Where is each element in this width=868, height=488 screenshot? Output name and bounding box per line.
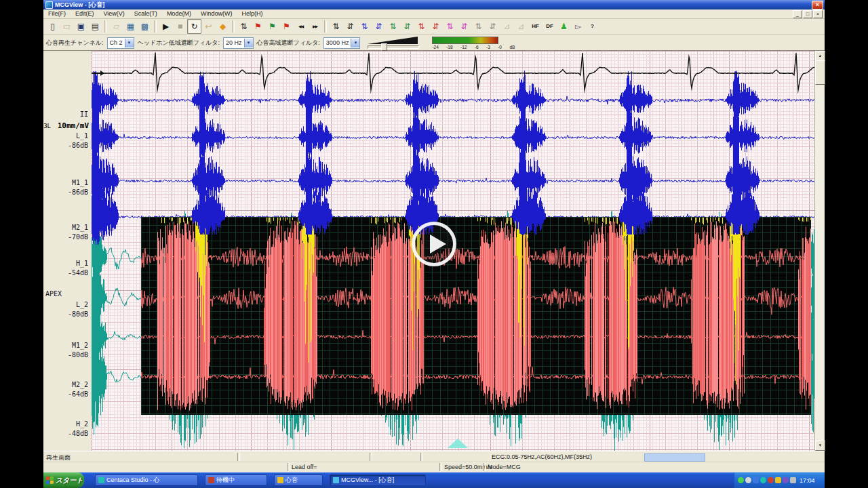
lowcut-filter-select[interactable]: 20 Hz ▼ <box>223 37 254 49</box>
walk-black-prev-button[interactable]: ⇅ <box>329 19 343 34</box>
tray-icon-3[interactable] <box>753 477 759 483</box>
walk-red-prev-icon: ⇅ <box>418 22 425 30</box>
tray-icon-5[interactable] <box>768 477 774 483</box>
print-icon: ▤ <box>92 22 99 30</box>
chevron-down-icon[interactable]: ▼ <box>244 39 253 47</box>
channel-db-M1_2: -80dB <box>45 351 88 359</box>
print-button[interactable]: ▤ <box>88 19 102 34</box>
snapshot-2-button[interactable]: ▩ <box>138 19 152 34</box>
task-button-4[interactable]: MCGView... - [心音] <box>330 474 426 486</box>
export-icon: ▱ <box>113 22 119 30</box>
save-button[interactable]: ▣ <box>74 19 88 34</box>
flag-1-button[interactable]: ⚑ <box>251 19 265 34</box>
walk-blue-prev-icon: ⇅ <box>361 22 368 30</box>
pointer-icon: ▻ <box>575 22 581 30</box>
status-row-1: 再生画面 ECG:0.05-75Hz,AC(60Hz),MF(35Hz) <box>43 452 825 462</box>
scrollbar-thumb[interactable] <box>815 60 825 85</box>
flag-2-button[interactable]: ⚑ <box>265 19 279 34</box>
video-play-button[interactable] <box>412 222 456 266</box>
seek-fwd-icon: ▶▶ <box>313 24 317 28</box>
menu-file-f[interactable]: File(F) <box>43 9 71 18</box>
run-measure-icon: ⇅ <box>240 22 247 30</box>
task-button-3[interactable]: 心音 <box>274 474 323 486</box>
mdi-minimize-button[interactable]: _ <box>793 10 802 18</box>
menu-help-h[interactable]: Help(H) <box>237 9 267 18</box>
volume-slider[interactable] <box>368 37 420 49</box>
channel-db-L_2: -80dB <box>45 310 88 318</box>
task-button-2[interactable]: 待機中 <box>205 474 267 486</box>
walk-blue-prev-button[interactable]: ⇅ <box>357 19 372 34</box>
play-button[interactable]: ▶ <box>159 19 173 34</box>
meter-tick: -6 <box>475 45 479 49</box>
tray-icon-4[interactable] <box>760 477 766 483</box>
start-button[interactable]: スタート <box>43 472 84 488</box>
seek-back-button[interactable]: ◀◀ <box>294 19 308 34</box>
channel-label-H_1: H_1 <box>45 260 88 267</box>
task-icon <box>277 477 283 483</box>
pointer-button[interactable]: ▻ <box>571 19 585 34</box>
scroll-down-icon[interactable]: ▼ <box>815 441 825 451</box>
tray-icon-8[interactable] <box>790 477 796 483</box>
menu-mode-m[interactable]: Mode(M) <box>162 9 196 18</box>
menu-window-w[interactable]: Window(W) <box>196 9 237 18</box>
tray-icon-6[interactable] <box>775 477 781 483</box>
run-measure-button[interactable]: ⇅ <box>237 19 251 34</box>
snapshot-1-button[interactable]: ▦ <box>123 19 138 34</box>
highcut-filter-select[interactable]: 3000 Hz ▼ <box>323 37 361 49</box>
vertical-scrollbar[interactable]: ▲ ▼ <box>814 51 825 451</box>
stop-button: ■ <box>173 19 187 34</box>
event-marker-button[interactable]: ◆ <box>216 19 230 34</box>
menu-view-v[interactable]: View(V) <box>99 9 130 18</box>
new-button[interactable]: ▯ <box>45 19 60 34</box>
walk-gray-next-button[interactable]: ⇵ <box>486 19 500 34</box>
walk-gray-prev-button[interactable]: ⇅ <box>471 19 486 34</box>
mdi-restore-button[interactable]: □ <box>803 10 812 18</box>
walk-green-next-button[interactable]: ⇵ <box>400 19 414 34</box>
chevron-down-icon[interactable]: ▼ <box>351 39 359 47</box>
flag-3-button[interactable]: ⚑ <box>279 19 294 34</box>
tray-icon-2[interactable] <box>745 477 751 483</box>
walk-black-next-button[interactable]: ⇵ <box>343 19 357 34</box>
channel-select[interactable]: Ch 2 ▼ <box>107 37 134 49</box>
flag-1-icon: ⚑ <box>254 22 262 30</box>
mdi-close-button[interactable]: × <box>813 10 823 18</box>
play-icon <box>430 235 446 253</box>
volume-thumb[interactable] <box>381 43 387 51</box>
scroll-up-icon[interactable]: ▲ <box>815 51 825 61</box>
df-filter-button[interactable]: DF <box>542 19 557 34</box>
task-button-1[interactable]: Centaca Studio - 心 <box>95 474 198 486</box>
divider <box>420 453 423 461</box>
lowcut-filter-value: 20 Hz <box>224 39 244 46</box>
channel-db-H_2: -48dB <box>45 430 88 437</box>
toolbar-separator <box>104 20 107 33</box>
walk-black-next-icon: ⇵ <box>347 22 353 30</box>
divider <box>439 463 442 471</box>
walk-magenta-next-icon: ⇵ <box>460 22 467 30</box>
walk-red-prev-button[interactable]: ⇅ <box>414 19 429 34</box>
walk-green-prev-button[interactable]: ⇅ <box>386 19 400 34</box>
status-bar: 再生画面 ECG:0.05-75Hz,AC(60Hz),MF(35Hz) Lea… <box>43 451 825 473</box>
walk-magenta-prev-button[interactable]: ⇅ <box>443 19 457 34</box>
status-ecg-filter: ECG:0.05-75Hz,AC(60Hz),MF(35Hz) <box>492 453 592 460</box>
close-button[interactable]: × <box>812 1 823 9</box>
repeat-button[interactable]: ↻ <box>187 19 201 34</box>
menu-scale-t[interactable]: Scale(T) <box>130 9 162 18</box>
walk-magenta-next-button[interactable]: ⇵ <box>457 19 471 34</box>
walk-blue-next-button[interactable]: ⇵ <box>372 19 386 34</box>
subject-button[interactable]: ♟ <box>557 19 571 34</box>
volume-track[interactable] <box>368 45 419 49</box>
tray-icon-1[interactable] <box>738 477 744 483</box>
help-button[interactable]: ? <box>585 19 599 34</box>
walk-gray-next-icon: ⇵ <box>489 22 496 30</box>
menu-bar: File(F)Edit(E)View(V)Scale(T)Mode(M)Wind… <box>43 9 825 19</box>
walk-red-next-button[interactable]: ⇵ <box>429 19 443 34</box>
toolbar-separator <box>232 20 235 33</box>
hf-filter-button[interactable]: HF <box>528 19 542 34</box>
step-back-button: ↩ <box>201 19 216 34</box>
tray-icon-7[interactable] <box>783 477 789 483</box>
new-icon: ▯ <box>50 22 55 30</box>
chevron-down-icon[interactable]: ▼ <box>125 39 134 47</box>
seek-fwd-button[interactable]: ▶▶ <box>308 19 322 34</box>
apex-label: APEX <box>45 290 89 298</box>
menu-edit-e[interactable]: Edit(E) <box>71 9 99 18</box>
